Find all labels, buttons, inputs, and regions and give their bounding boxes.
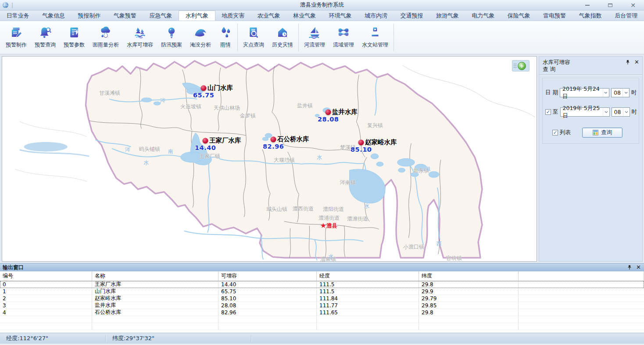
column-header[interactable]: 编号 — [0, 271, 92, 281]
table-cell: 赵家峪水库 — [92, 295, 218, 302]
close-output-icon[interactable]: ✕ — [636, 264, 641, 270]
menu-tab-3[interactable]: 气象预警 — [107, 11, 143, 21]
toolbar-button[interactable]: 防汛预案 — [157, 21, 186, 54]
query-button[interactable]: 查询 — [582, 128, 623, 138]
column-header[interactable]: 经度 — [317, 271, 419, 281]
table-cell: 王家厂水库 — [92, 281, 218, 288]
map-canvas[interactable]: 甘溪滩镇火连坡镇天供山林场金罗镇盐井镇复兴镇码头铺镇王家厂镇梦溪镇大堰垱镇涔南镇… — [2, 56, 537, 262]
toolbar-button[interactable]: 历史灾情 — [268, 21, 297, 54]
hour-suffix-label: 时 — [631, 89, 637, 96]
panel-subtitle: 查 询 — [543, 66, 639, 73]
table-row[interactable]: 0王家厂水库14.40111.529.8 — [0, 281, 644, 288]
toolbar-button[interactable]: 灾点查询 — [239, 21, 268, 54]
toolbar: 预警制作预警查询预警参数面雨量分析水库可增容防汛预案淹没分析雨情灾点查询历史灾情… — [0, 21, 644, 54]
date-to-select[interactable]: 2019年 5月25日 — [560, 107, 610, 117]
menu-tab-4[interactable]: 应急气象 — [143, 11, 179, 21]
column-header[interactable]: 可增容 — [218, 271, 317, 281]
menu-tab-1[interactable]: 气象信息 — [36, 11, 71, 21]
maximize-icon[interactable] — [605, 2, 615, 9]
menu-tab-11[interactable]: 交通预报 — [394, 11, 429, 21]
table-cell — [317, 323, 419, 330]
menu-tab-15[interactable]: 雷电预警 — [537, 11, 572, 21]
toolbar-button[interactable]: 面雨量分析 — [89, 21, 123, 54]
toolbar-button[interactable]: 预警制作 — [2, 21, 31, 54]
river-label: 西 — [436, 240, 442, 248]
status-bar: 经度:112°6'27" 纬度:29°37'32" — [0, 333, 644, 344]
menu-tab-5[interactable]: 水利气象 — [179, 11, 215, 21]
menu-tab-2[interactable]: 预报制作 — [72, 11, 107, 21]
close-panel-icon[interactable]: ✕ — [634, 59, 639, 65]
column-header[interactable]: 名称 — [92, 271, 218, 281]
menu-tab-12[interactable]: 旅游气象 — [429, 11, 465, 21]
table-cell: 111.5 — [317, 281, 419, 288]
close-icon[interactable]: ✕ — [628, 2, 638, 9]
table-row[interactable]: 3盐井水库28.08111.7729.85 — [0, 302, 644, 309]
table-cell: 1 — [0, 288, 92, 295]
toolbar-button[interactable]: 雨情 — [215, 21, 236, 54]
menu-tab-7[interactable]: 农业气象 — [251, 11, 286, 21]
toolbar-button[interactable]: 水文站管理 — [358, 21, 392, 54]
menu-tab-6[interactable]: 地质灾害 — [215, 11, 251, 21]
menu-tab-14[interactable]: 保险气象 — [501, 11, 537, 21]
raindrops-icon — [219, 26, 232, 39]
reservoir-marker[interactable] — [271, 137, 276, 142]
menu-tab-10[interactable]: 城市内涝 — [358, 11, 394, 21]
wave-icon — [194, 26, 207, 39]
toolbar-button[interactable]: 水库可增容 — [123, 21, 157, 54]
table-cell: 石公桥水库 — [92, 309, 218, 316]
pin-icon[interactable] — [627, 265, 632, 270]
reservoir-marker[interactable] — [358, 140, 364, 146]
zoom-in-button[interactable]: + — [518, 62, 526, 70]
menu-tab-17[interactable]: 后台管理 — [608, 11, 644, 21]
date-from-select[interactable]: 2019年 5月24日 — [560, 88, 609, 97]
toolbar-button[interactable]: 预警参数 — [60, 21, 89, 54]
hour-to-select[interactable]: 08 — [612, 107, 630, 117]
table-row[interactable]: 2赵家峪水库85.10111.8429.79 — [0, 295, 644, 302]
table-row[interactable]: 1山门水库65.75111.529.9 — [0, 288, 644, 295]
toolbar-button-label: 流域管理 — [333, 41, 354, 49]
toolbar-button[interactable]: 流域管理 — [329, 21, 358, 54]
minimize-icon[interactable] — [583, 2, 592, 9]
menu-tab-16[interactable]: 气象指数 — [572, 11, 608, 21]
pin-icon[interactable] — [626, 60, 630, 65]
reservoir-value: 82.96 — [263, 143, 284, 150]
reservoir-marker[interactable] — [201, 85, 207, 91]
reservoir-marker[interactable] — [326, 110, 331, 115]
menu-tab-13[interactable]: 电力气象 — [465, 11, 501, 21]
toolbar-button-label: 淹没分析 — [190, 41, 211, 49]
reservoir-query-panel: 水库可增容 查 询 ✕ 日 期 2019年 5月24日 08 时 — [539, 56, 643, 262]
reservoir-marker[interactable] — [203, 138, 208, 144]
town-label: 澧阳街道 — [323, 206, 344, 213]
town-label: 甘溪滩镇 — [99, 89, 120, 97]
menu-tab-8[interactable]: 林业气象 — [287, 11, 322, 21]
column-header-filler — [519, 271, 644, 281]
bell-search-icon — [39, 26, 52, 39]
output-table: 编号名称可增容经度纬度0王家厂水库14.40111.529.81山门水库65.7… — [0, 271, 644, 333]
table-cell-filler — [519, 302, 644, 309]
toolbar-button[interactable]: 预警查询 — [31, 21, 60, 54]
column-header[interactable]: 纬度 — [419, 271, 519, 281]
table-row[interactable]: 4石公桥水库82.96111.6529.8 — [0, 309, 644, 316]
river-label: 水 — [143, 159, 149, 167]
drag-grip-icon[interactable] — [514, 64, 516, 68]
output-window: 输出窗口 ✕ 编号名称可增容经度纬度0王家厂水库14.40111.529.81山… — [0, 263, 644, 333]
panel-divider — [539, 75, 642, 75]
window-title: 澧县业务制作系统 — [0, 1, 644, 9]
list-checkbox[interactable]: ✓ — [552, 130, 558, 135]
toolbar-group-1: 灾点查询历史灾情 — [239, 21, 297, 54]
to-checkbox[interactable]: ✓ — [545, 109, 551, 115]
table-cell: 29.85 — [419, 302, 519, 309]
panel-title: 水库可增容 — [543, 59, 639, 66]
house-history-icon — [276, 26, 289, 39]
toolbar-group-0: 预警制作预警查询预警参数面雨量分析水库可增容防汛预案淹没分析雨情 — [2, 21, 236, 54]
doc-edit-icon — [10, 26, 23, 39]
toolbar-button[interactable]: 淹没分析 — [186, 21, 215, 54]
table-cell — [218, 316, 317, 323]
output-title: 输出窗口 — [3, 264, 24, 271]
menu-tab-0[interactable]: 日常业务 — [0, 11, 36, 21]
toolbar-button[interactable]: 河流管理 — [300, 21, 329, 54]
town-label: 大堰垱镇 — [274, 156, 295, 164]
toolbar-button-label: 预警参数 — [64, 41, 85, 49]
hour-from-select[interactable]: 08 — [611, 88, 630, 97]
menu-tab-9[interactable]: 环境气象 — [322, 11, 358, 21]
